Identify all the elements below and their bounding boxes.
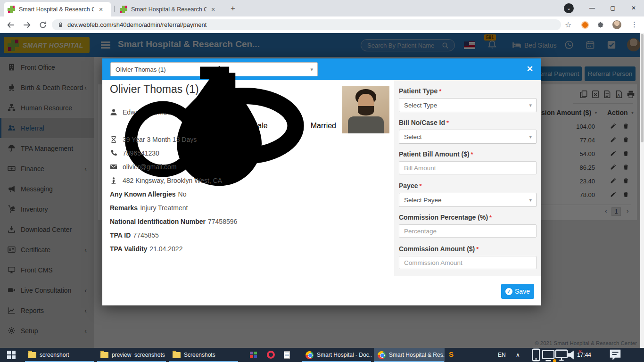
tray-language[interactable]: EN	[498, 348, 506, 362]
patient-detail-row: 7896541230	[110, 146, 336, 160]
chrome-icon	[305, 351, 314, 359]
label-text: Patient Bill Amount ($)	[399, 150, 470, 158]
chevron-down-icon: ▾	[529, 102, 532, 108]
browser-profile-avatar[interactable]	[612, 20, 621, 29]
tray-clock[interactable]: 17:44	[577, 348, 591, 362]
page-scrollbar[interactable]	[640, 33, 644, 348]
taskbar-item-label: Screenshots	[184, 352, 215, 358]
patient-field-remarks: RemarksInjury Treatment	[110, 201, 336, 214]
detail-text: 482 Kingsway, Brooklyn West, CA	[123, 177, 222, 184]
detail-text: 39 Year 3 Month 13 Days	[123, 136, 197, 143]
window-close-button[interactable]: ✕	[623, 0, 644, 16]
folder-icon	[173, 352, 181, 358]
back-icon[interactable]	[7, 21, 15, 29]
window-minimize-button[interactable]: —	[582, 0, 603, 16]
windows-logo-icon	[7, 351, 16, 359]
patient-detail-row: 39 Year 3 Month 13 Days	[110, 132, 336, 146]
address-bar[interactable]: dev.webfeb.com/sh40demo/admin/referral/p…	[52, 19, 561, 30]
detail-text: Married	[311, 122, 336, 130]
taskbar-item-smart-hospital-res[interactable]: Smart Hospital & Res...	[374, 348, 445, 362]
site-favicon	[120, 6, 127, 13]
reload-icon[interactable]	[39, 21, 47, 29]
taskbar-item-label: preview_screenshots	[112, 352, 165, 358]
tray-screen-icon[interactable]	[541, 348, 555, 362]
taskbar-item-screenshort[interactable]: screenshort	[25, 348, 94, 362]
field-value: Injury Treatment	[140, 204, 188, 212]
notepad-icon[interactable]	[284, 351, 290, 359]
input-commission-percentage[interactable]	[399, 224, 537, 238]
required-asterisk: *	[489, 214, 492, 221]
patient-details: Edward ThomasMaleB+Married39 Year 3 Mont…	[110, 105, 336, 255]
taskbar-item-smart-hospital-doc[interactable]: Smart Hospital - Doc...	[302, 348, 372, 362]
browser-tab-2[interactable]: Smart Hospital & Research Cente ✕	[116, 2, 222, 16]
chevron-down-icon: ▾	[310, 66, 313, 73]
new-tab-button[interactable]: +	[227, 3, 239, 14]
field-label: Patient Type*	[399, 86, 537, 96]
required-asterisk: *	[439, 88, 441, 95]
check-circle-icon: ✓	[505, 288, 512, 295]
scrollbar-thumb[interactable]	[641, 34, 644, 142]
required-asterisk: *	[446, 119, 449, 126]
sublime-icon[interactable]: S	[449, 350, 454, 358]
window-maximize-button[interactable]: ▢	[603, 0, 623, 16]
field-label: Commission Amount ($)*	[399, 244, 537, 254]
bookmark-star-icon[interactable]: ☆	[565, 20, 571, 29]
field-label: Patient Bill Amount ($)*	[399, 149, 537, 159]
input-patient-bill-amount[interactable]	[399, 161, 537, 174]
select-value: Select	[404, 133, 529, 140]
folder-icon	[28, 352, 36, 358]
taskbar-item-preview-screenshots[interactable]: preview_screenshots	[97, 348, 166, 362]
extensions-puzzle-icon[interactable]	[597, 21, 604, 29]
tab-close-icon[interactable]: ✕	[97, 6, 105, 13]
patient-demographics-row: MaleB+Married	[110, 119, 336, 132]
form-field-patient-type: Patient Type*Select Type▾	[399, 86, 537, 112]
browser-tab-1[interactable]: Smart Hospital & Research Cente ✕	[4, 2, 111, 16]
taskbar: screenshortpreview_screenshotsScreenshot…	[0, 348, 644, 362]
field-label: Payee*	[399, 181, 537, 190]
lock-icon	[58, 22, 64, 28]
patient-field-tpa-validity: TPA Validity21.04.2022	[110, 242, 336, 255]
form-field-bill-no-case-id: Bill No/Case Id*Select▾	[399, 118, 537, 144]
patient-field-tpa-id: TPA ID7745855	[110, 228, 336, 242]
url-text[interactable]: dev.webfeb.com/sh40demo/admin/referral/p…	[67, 21, 206, 28]
phone-icon	[110, 149, 117, 157]
extension-icon[interactable]	[581, 21, 589, 29]
field-value: No	[178, 190, 187, 198]
patient-married: Married	[178, 119, 336, 132]
detail-text: olivier@gmail.com	[123, 163, 177, 171]
save-button[interactable]: ✓ Save	[501, 284, 534, 299]
taskbar-item-screenshots[interactable]: Screenshots	[169, 348, 239, 362]
opera-icon[interactable]	[267, 351, 275, 359]
select-value: Select Type	[404, 102, 529, 109]
select-patient-type[interactable]: Select Type▾	[399, 98, 537, 112]
label-text: Commission Percentage (%)	[399, 214, 488, 221]
patient-detail-row: olivier@gmail.com	[110, 160, 336, 173]
start-button[interactable]	[0, 348, 23, 362]
select-bill-no-case-id[interactable]: Select▾	[399, 130, 537, 144]
field-value: 7745855	[133, 231, 159, 239]
divider	[102, 276, 541, 276]
street-view-icon	[110, 177, 117, 184]
forward-icon[interactable]	[23, 21, 31, 29]
screen: Smart Hospital & Research Cente ✕ Smart …	[0, 0, 644, 362]
tray-chevron-up-icon[interactable]: ∧	[516, 348, 520, 362]
patient-field-national-identification-number: National Identification Number77458596	[110, 214, 336, 228]
tab-close-icon[interactable]: ✕	[209, 6, 217, 13]
taskbar-item-label: Smart Hospital & Res...	[389, 352, 445, 358]
form-field-patient-bill-amount: Patient Bill Amount ($)*	[399, 149, 537, 174]
patient-photo	[342, 86, 389, 133]
tab-search-icon[interactable]: ⌄	[564, 3, 574, 13]
field-label: TPA ID	[110, 231, 131, 239]
close-icon[interactable]: ✕	[527, 64, 533, 74]
required-asterisk: *	[471, 151, 473, 158]
notification-center-icon[interactable]	[608, 348, 622, 362]
input-commission-amount[interactable]	[399, 256, 537, 269]
browser-menu-icon[interactable]: ⋮	[631, 20, 638, 29]
winrar-icon[interactable]	[250, 352, 257, 358]
envelope-icon	[110, 163, 117, 171]
field-value: 77458596	[208, 218, 237, 225]
taskbar-item-label: screenshort	[40, 352, 69, 358]
label-text: Payee	[399, 182, 418, 189]
select-payee[interactable]: Select Payee▾	[399, 193, 537, 207]
tab-separator	[114, 6, 115, 12]
